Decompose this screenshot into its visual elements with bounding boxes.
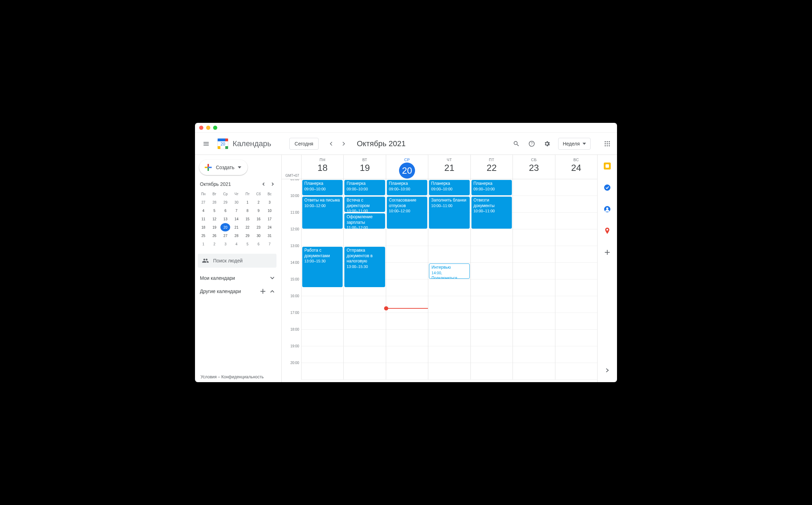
- mini-day-cell[interactable]: 7: [232, 206, 241, 215]
- close-window-button[interactable]: [199, 126, 203, 130]
- calendar-event[interactable]: Оформление зарплаты11:00–12:00: [344, 213, 385, 229]
- my-calendars-section[interactable]: Мои календари: [198, 275, 276, 281]
- other-calendars-section[interactable]: Другие календари: [198, 289, 276, 294]
- mini-day-cell[interactable]: 4: [232, 240, 241, 248]
- day-column[interactable]: [513, 179, 555, 380]
- create-button[interactable]: Создать: [199, 160, 248, 175]
- view-switcher[interactable]: Неделя: [558, 138, 591, 150]
- mini-day-cell[interactable]: 21: [232, 223, 241, 231]
- mini-day-cell[interactable]: 24: [265, 223, 274, 231]
- main-menu-button[interactable]: [198, 135, 214, 152]
- calendar-event[interactable]: Отвезти документы10:00–11:00: [471, 197, 512, 229]
- day-column[interactable]: [555, 179, 597, 380]
- mini-day-cell[interactable]: 30: [232, 198, 241, 206]
- day-column[interactable]: Планерка09:00–10:00Встеча с директором10…: [343, 179, 385, 380]
- calendar-event[interactable]: Планерка09:00–10:00: [429, 180, 469, 195]
- calendar-grid: 09:0010:0011:0012:0013:0014:0015:0016:00…: [282, 179, 597, 380]
- mini-prev-button[interactable]: [262, 181, 265, 187]
- day-header[interactable]: ВТ19: [343, 155, 385, 179]
- collapse-panel-button[interactable]: [600, 363, 614, 377]
- mini-day-cell[interactable]: 6: [220, 206, 230, 215]
- today-button[interactable]: Сегодня: [289, 138, 319, 150]
- mini-day-cell[interactable]: 27: [220, 231, 230, 240]
- help-button[interactable]: ?: [525, 137, 539, 151]
- maps-button[interactable]: [600, 224, 614, 238]
- mini-day-cell[interactable]: 4: [198, 206, 208, 215]
- mini-day-cell[interactable]: 2: [254, 198, 264, 206]
- mini-day-cell[interactable]: 5: [210, 206, 219, 215]
- day-header[interactable]: ВС24: [555, 155, 597, 179]
- calendar-event[interactable]: Планерка09:00–10:00: [471, 180, 512, 195]
- mini-day-cell[interactable]: 7: [265, 240, 274, 248]
- mini-day-cell[interactable]: 13: [220, 215, 230, 223]
- keep-button[interactable]: [600, 159, 614, 173]
- calendar-grid-scroll[interactable]: 09:0010:0011:0012:0013:0014:0015:0016:00…: [282, 179, 597, 382]
- mini-day-cell[interactable]: 2: [210, 240, 219, 248]
- calendar-event[interactable]: Заполнить бланки10:00–11:00: [429, 197, 469, 229]
- day-header[interactable]: ЧТ21: [428, 155, 470, 179]
- mini-day-cell[interactable]: 10: [265, 206, 274, 215]
- mini-day-cell[interactable]: 11: [198, 215, 208, 223]
- maximize-window-button[interactable]: [213, 126, 217, 130]
- mini-day-cell[interactable]: 29: [243, 231, 252, 240]
- mini-day-cell[interactable]: 12: [210, 215, 219, 223]
- minimize-window-button[interactable]: [206, 126, 210, 130]
- mini-day-cell[interactable]: 31: [265, 231, 274, 240]
- day-header[interactable]: СБ23: [513, 155, 555, 179]
- mini-day-cell[interactable]: 18: [198, 223, 208, 231]
- calendar-event[interactable]: Отправка документов в налоговую13:00–15:…: [344, 247, 385, 287]
- mini-day-cell[interactable]: 8: [243, 206, 252, 215]
- contacts-button[interactable]: [600, 202, 614, 216]
- people-search-input[interactable]: Поиск людей: [198, 254, 276, 268]
- mini-day-cell[interactable]: 1: [198, 240, 208, 248]
- mini-day-cell[interactable]: 5: [243, 240, 252, 248]
- calendar-event[interactable]: Планерка09:00–10:00: [387, 180, 427, 195]
- mini-day-cell[interactable]: 14: [232, 215, 241, 223]
- prev-week-button[interactable]: [326, 138, 337, 149]
- mini-day-cell[interactable]: 19: [210, 223, 219, 231]
- mini-next-button[interactable]: [271, 181, 274, 187]
- next-week-button[interactable]: [338, 138, 349, 149]
- maps-icon: [604, 227, 611, 234]
- mini-day-cell[interactable]: 20: [220, 223, 230, 231]
- calendar-event[interactable]: Работа с документами13:00–15:30: [302, 247, 343, 287]
- calendar-event[interactable]: Планерка09:00–10:00: [302, 180, 343, 195]
- mini-day-cell[interactable]: 29: [220, 198, 230, 206]
- time-column: 09:0010:0011:0012:0013:0014:0015:0016:00…: [282, 179, 301, 380]
- mini-day-cell[interactable]: 17: [265, 215, 274, 223]
- mini-day-cell[interactable]: 3: [220, 240, 230, 248]
- day-column[interactable]: Планерка09:00–10:00Ответы на письма10:00…: [301, 179, 343, 380]
- day-header[interactable]: ПН18: [301, 155, 343, 179]
- settings-button[interactable]: [540, 137, 554, 151]
- mini-day-cell[interactable]: 16: [254, 215, 264, 223]
- day-column[interactable]: Планерка09:00–10:00Отвезти документы10:0…: [470, 179, 513, 380]
- search-button[interactable]: [509, 137, 523, 151]
- day-header[interactable]: СР20: [386, 155, 428, 179]
- mini-day-cell[interactable]: 27: [198, 198, 208, 206]
- calendar-event[interactable]: Планерка09:00–10:00: [344, 180, 385, 195]
- mini-day-cell[interactable]: 1: [243, 198, 252, 206]
- mini-day-cell[interactable]: 26: [210, 231, 219, 240]
- mini-day-cell[interactable]: 15: [243, 215, 252, 223]
- calendar-event[interactable]: Ответы на письма10:00–12:00: [302, 197, 343, 229]
- mini-day-cell[interactable]: 30: [254, 231, 264, 240]
- sidebar-footer[interactable]: Условия – Конфиденциальность: [198, 372, 276, 382]
- plus-icon[interactable]: [260, 289, 265, 294]
- mini-day-cell[interactable]: 25: [198, 231, 208, 240]
- mini-day-cell[interactable]: 23: [254, 223, 264, 231]
- mini-day-cell[interactable]: 28: [210, 198, 219, 206]
- tasks-button[interactable]: [600, 181, 614, 195]
- day-column[interactable]: Планерка09:00–10:00Согласование отпусков…: [386, 179, 428, 380]
- day-header[interactable]: ПТ22: [470, 155, 513, 179]
- mini-day-cell[interactable]: 22: [243, 223, 252, 231]
- mini-day-cell[interactable]: 28: [232, 231, 241, 240]
- mini-day-cell[interactable]: 9: [254, 206, 264, 215]
- day-column[interactable]: Планерка09:00–10:00Заполнить бланки10:00…: [428, 179, 470, 380]
- add-addon-button[interactable]: [600, 245, 614, 259]
- mini-day-cell[interactable]: 6: [254, 240, 264, 248]
- mini-day-cell[interactable]: 3: [265, 198, 274, 206]
- calendar-event[interactable]: Встеча с директором10:00–11:00: [344, 197, 385, 212]
- google-apps-button[interactable]: [600, 137, 614, 151]
- calendar-event[interactable]: Интервью14:00, Подключиться: [429, 263, 469, 279]
- calendar-event[interactable]: Согласование отпусков10:00–12:00: [387, 197, 427, 229]
